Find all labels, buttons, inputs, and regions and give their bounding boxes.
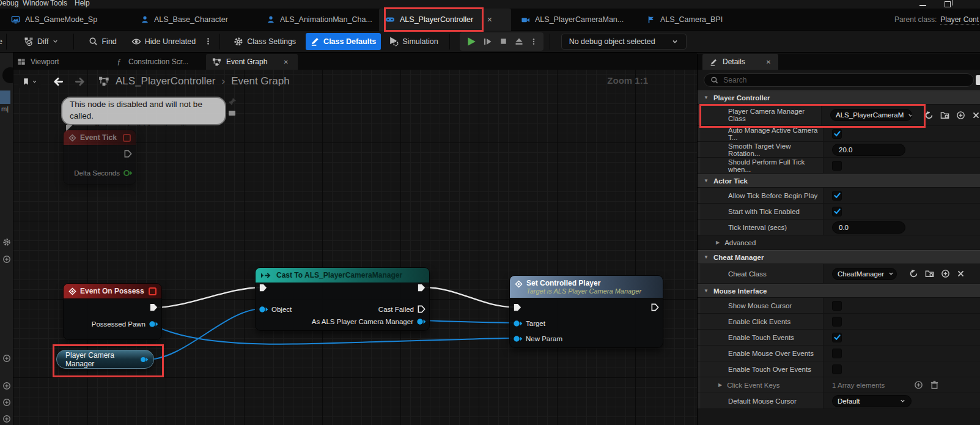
menu-item-tools[interactable]: Tools <box>50 0 67 7</box>
more-options-icon[interactable] <box>530 38 537 45</box>
find-button[interactable]: Find <box>84 33 121 50</box>
exec-out-pin[interactable] <box>149 303 158 312</box>
checkbox[interactable] <box>832 301 842 311</box>
target-pin[interactable]: Target <box>513 319 545 328</box>
node-set-controlled-player[interactable]: Set Controlled Player Target is ALS Play… <box>509 275 663 348</box>
class-settings-button[interactable]: Class Settings <box>229 33 301 50</box>
details-search[interactable] <box>704 73 974 87</box>
tab-als-gamemode[interactable]: ALS_GameMode_Sp <box>5 9 103 31</box>
add-icon[interactable] <box>941 269 950 278</box>
minimize-icon[interactable] <box>919 5 926 6</box>
add-icon[interactable] <box>2 255 11 264</box>
cast-failed-pin[interactable]: Cast Failed <box>378 305 426 314</box>
object-pin[interactable]: Object <box>259 305 292 314</box>
class-defaults-button[interactable]: Class Defaults <box>306 33 381 50</box>
node-cast-to-als-playercameramanager[interactable]: Cast To ALS_PlayerCameraManager Object C… <box>255 267 430 331</box>
checkbox[interactable] <box>832 161 842 171</box>
row-auto-manage-active-camera: Auto Manage Active Camera T... <box>698 126 980 142</box>
hide-unrelated-button[interactable]: Hide Unrelated <box>127 33 201 50</box>
close-icon[interactable]: ✕ <box>487 16 492 24</box>
add-icon[interactable] <box>2 382 11 390</box>
node-event-tick[interactable]: Event Tick Delta Seconds <box>63 130 136 185</box>
breadcrumb-root[interactable]: ALS_PlayerController <box>116 75 215 87</box>
delta-seconds-pin[interactable]: Delta Seconds <box>74 168 133 178</box>
exec-in-pin[interactable] <box>513 303 522 312</box>
diff-button[interactable]: Diff <box>19 33 64 50</box>
number-input[interactable]: 0.0 <box>832 221 905 234</box>
object-pin-icon[interactable] <box>140 355 149 364</box>
number-input[interactable]: 20.0 <box>832 144 905 156</box>
add-icon[interactable] <box>956 111 965 120</box>
category-actor-tick[interactable]: ▼ Actor Tick <box>698 174 980 188</box>
as-als-player-camera-manager-pin[interactable]: As ALS Player Camera Manager <box>312 317 426 327</box>
frame-skip-icon[interactable] <box>483 37 493 46</box>
stop-icon[interactable] <box>499 37 508 46</box>
checkbox[interactable] <box>832 207 842 216</box>
tab-als-base-character[interactable]: ALS_Base_Character <box>134 9 234 31</box>
checkbox[interactable] <box>832 317 842 327</box>
exec-out-pin[interactable] <box>650 303 660 312</box>
more-options-icon[interactable] <box>204 37 212 45</box>
exec-in-pin[interactable] <box>259 283 268 292</box>
category-mouse-interface[interactable]: ▼ Mouse Interface <box>698 284 980 298</box>
tab-details[interactable]: Details ✕ <box>702 54 778 70</box>
use-selected-icon[interactable] <box>924 111 934 120</box>
parent-class-link[interactable]: Player Cont <box>940 15 979 24</box>
class-dropdown[interactable]: CheatManager <box>832 268 897 280</box>
browse-icon[interactable] <box>940 111 949 120</box>
new-param-pin[interactable]: New Param <box>513 334 562 344</box>
add-icon[interactable] <box>2 398 11 407</box>
bookmark-button[interactable] <box>18 75 41 88</box>
checkbox[interactable] <box>832 333 842 342</box>
simulation-button[interactable]: Simulation <box>383 33 443 50</box>
eject-icon[interactable] <box>514 37 524 46</box>
play-icon[interactable] <box>466 36 477 47</box>
checkbox[interactable] <box>832 129 842 139</box>
category-player-controller[interactable]: ▼ Player Controller <box>698 91 980 105</box>
category-cheat-manager[interactable]: ▼ Cheat Manager <box>698 250 980 264</box>
clipped-filter-icon[interactable] <box>976 75 980 85</box>
use-selected-icon[interactable] <box>909 269 918 278</box>
menu-item-debug[interactable]: Debug <box>0 0 18 7</box>
chevron-right-icon[interactable]: ▶ <box>718 382 722 388</box>
tab-als-playercameraman[interactable]: ALS_PlayerCameraMan... <box>515 9 630 31</box>
tab-als-animationman[interactable]: ALS_AnimationMan_Cha... <box>260 9 378 31</box>
back-icon[interactable] <box>52 76 64 87</box>
pin-icon[interactable] <box>227 97 237 106</box>
breadcrumb-current[interactable]: Event Graph <box>231 75 289 87</box>
checkbox[interactable] <box>832 364 842 374</box>
trash-icon[interactable] <box>930 380 939 390</box>
tab-event-graph[interactable]: Event Graph ✕ <box>206 54 298 70</box>
tab-als-playercontroller[interactable]: ALS_PlayerController ✕ <box>379 9 511 31</box>
checkbox[interactable] <box>832 191 842 201</box>
tab-construction-script[interactable]: Construction Scr... <box>115 54 188 70</box>
forward-icon[interactable] <box>75 76 86 87</box>
row-advanced[interactable]: ▶ Advanced <box>698 235 980 250</box>
add-element-icon[interactable] <box>914 380 923 390</box>
debug-object-dropdown[interactable]: No debug object selected <box>561 34 687 50</box>
add-icon[interactable] <box>2 415 11 423</box>
add-icon[interactable] <box>2 354 11 363</box>
class-dropdown[interactable]: ALS_PlayerCameraM <box>830 109 912 121</box>
search-input[interactable] <box>723 76 967 84</box>
enum-dropdown[interactable]: Default <box>832 395 912 407</box>
exec-out-pin[interactable] <box>417 283 426 292</box>
clear-icon[interactable] <box>957 270 965 278</box>
menu-item-help[interactable]: Help <box>75 0 90 7</box>
menu-item-window[interactable]: Window <box>23 0 49 7</box>
possessed-pawn-pin[interactable]: Possessed Pawn <box>92 319 158 329</box>
clear-icon[interactable] <box>972 111 980 119</box>
node-player-camera-manager-getter[interactable]: Player Camera Manager <box>56 350 154 369</box>
tab-viewport[interactable]: Viewport <box>17 54 59 70</box>
close-icon[interactable]: ✕ <box>283 59 288 65</box>
selected-row-fragment[interactable] <box>0 91 10 104</box>
tab-als-camera-bpi[interactable]: ALS_Camera_BPI <box>641 9 729 31</box>
exec-out-pin[interactable] <box>123 149 133 158</box>
browse-icon[interactable] <box>925 269 934 278</box>
restore-icon[interactable] <box>945 1 951 7</box>
close-icon[interactable]: ✕ <box>766 59 771 65</box>
checkbox[interactable] <box>832 349 842 358</box>
gear-icon[interactable] <box>2 238 11 246</box>
node-event-on-possess[interactable]: Event On Possess Possessed Pawn <box>63 283 162 340</box>
event-graph-canvas[interactable]: ALS_PlayerController › Event Graph Zoom … <box>13 70 697 425</box>
